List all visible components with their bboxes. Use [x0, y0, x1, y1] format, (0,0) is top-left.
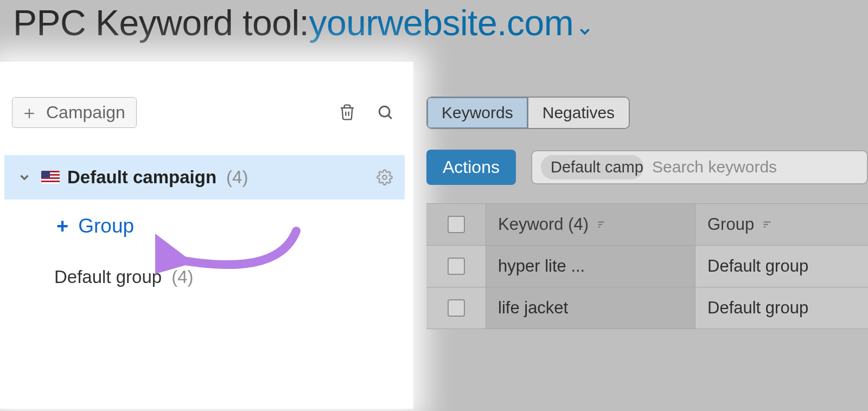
col-keyword-label: Keyword (4)	[498, 215, 589, 234]
site-dropdown[interactable]: yourwebsite.com	[309, 3, 593, 43]
add-group-label: Group	[78, 215, 134, 237]
table-row: hyper lite ... Default group	[426, 246, 868, 287]
actions-button[interactable]: Actions	[426, 150, 516, 185]
keyword-cell[interactable]: life jacket	[486, 287, 695, 329]
table-body: hyper lite ... Default group life jacket…	[426, 246, 868, 329]
campaign-name: Default campaign	[67, 167, 216, 188]
campaign-row[interactable]: Default campaign (4)	[4, 155, 405, 200]
search-input[interactable]	[652, 158, 858, 176]
svg-line-1	[388, 115, 392, 119]
page-header: PPC Keyword tool:yourwebsite.com	[0, 0, 868, 62]
tab-keywords[interactable]: Keywords	[427, 98, 528, 128]
us-flag-icon	[41, 171, 60, 184]
group-name: Default group	[54, 267, 162, 287]
search-icon	[376, 104, 394, 121]
col-group-header[interactable]: Group	[695, 204, 868, 245]
delete-button[interactable]	[335, 100, 359, 124]
add-group-button[interactable]: + Group	[12, 200, 397, 249]
actions-row: Actions Default campa	[426, 150, 868, 185]
search-wrap: Default campa	[531, 150, 868, 184]
col-keyword-header[interactable]: Keyword (4)	[486, 204, 695, 245]
chevron-down-icon	[577, 7, 593, 48]
page-title: PPC Keyword tool:yourwebsite.com	[13, 2, 859, 47]
group-row[interactable]: Default group (4)	[12, 249, 397, 287]
sort-icon	[762, 219, 774, 230]
tab-negatives[interactable]: Negatives	[528, 98, 629, 128]
group-count: (4)	[171, 267, 193, 287]
keyword-table: Keyword (4) Group hyper lite ... Default…	[426, 203, 868, 329]
sidebar-toolbar: ＋ Campaign	[12, 97, 397, 128]
chevron-down-icon	[17, 170, 31, 184]
table-head: Keyword (4) Group	[426, 203, 868, 246]
site-name: yourwebsite.com	[309, 3, 573, 43]
select-all-checkbox[interactable]	[448, 216, 465, 233]
add-campaign-label: Campaign	[46, 102, 125, 123]
add-campaign-button[interactable]: ＋ Campaign	[12, 97, 137, 128]
row-checkbox[interactable]	[448, 299, 465, 317]
campaign-count: (4)	[226, 167, 248, 188]
group-cell[interactable]: Default group	[695, 287, 868, 329]
trash-icon	[339, 104, 356, 121]
svg-point-2	[382, 175, 387, 179]
tab-bar: Keywords Negatives	[426, 97, 630, 129]
title-prefix: PPC Keyword tool:	[13, 3, 309, 43]
col-group-label: Group	[707, 215, 754, 234]
plus-icon: ＋	[20, 103, 39, 121]
keyword-cell[interactable]: hyper lite ...	[486, 246, 695, 287]
sort-icon	[596, 219, 608, 230]
main-panel: Keywords Negatives Actions Default campa…	[413, 62, 868, 409]
filter-chip[interactable]: Default campa	[541, 155, 643, 179]
plus-icon: +	[56, 216, 68, 236]
search-sidebar-button[interactable]	[373, 100, 397, 124]
gear-icon[interactable]	[376, 169, 393, 185]
row-checkbox[interactable]	[448, 258, 465, 275]
select-all-cell	[426, 204, 486, 245]
group-cell[interactable]: Default group	[695, 246, 868, 287]
svg-point-0	[379, 106, 390, 117]
sidebar: ＋ Campaign Default campaign (4)	[0, 62, 413, 409]
table-row: life jacket Default group	[426, 287, 868, 329]
